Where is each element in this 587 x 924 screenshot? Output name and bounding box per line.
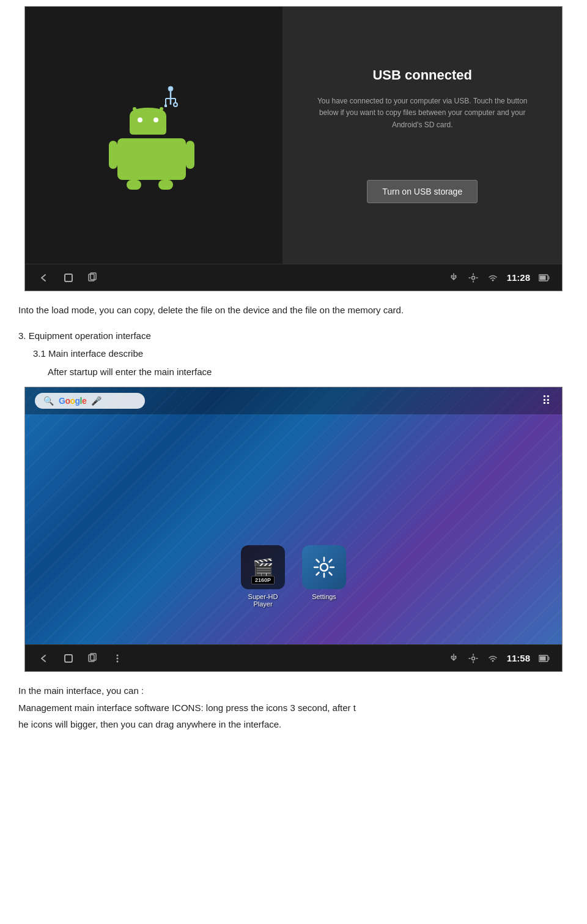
search-icon: 🔍: [43, 396, 54, 406]
usb-right-panel: USB connected You have connected to your…: [282, 7, 562, 264]
usb-connected-desc: You have connected to your computer via …: [307, 95, 537, 131]
settings-icon: [468, 272, 479, 283]
desktop-topbar: 🔍 Google 🎤 ⠿: [25, 387, 562, 414]
bottom-text-section: In the main interface, you can : Managem…: [0, 672, 587, 746]
main-back-icon: [37, 652, 51, 665]
main-nav-icons: [37, 652, 124, 665]
svg-rect-15: [117, 138, 186, 180]
svg-rect-28: [65, 655, 72, 662]
svg-rect-5: [164, 105, 167, 107]
svg-point-22: [454, 275, 456, 277]
main-recents-icon: [86, 652, 100, 665]
super-hd-player-label: Super-HD Player: [238, 593, 287, 608]
svg-rect-16: [127, 180, 141, 190]
back-icon: [37, 271, 51, 285]
main-wifi-icon: [487, 653, 498, 664]
usb-nav-icons: [37, 271, 100, 285]
svg-point-27: [320, 564, 328, 571]
main-status-right: 11:58: [448, 653, 550, 664]
settings-app-icon: [302, 545, 346, 589]
svg-point-12: [153, 117, 158, 122]
svg-rect-13: [109, 141, 117, 169]
apps-grid-button[interactable]: ⠿: [542, 393, 552, 408]
bottom-para-3: he icons will bigger, then you can drag …: [18, 717, 569, 732]
svg-point-35: [454, 655, 456, 657]
battery-icon: [539, 272, 550, 283]
svg-point-11: [138, 117, 142, 122]
usb-icon: [448, 272, 459, 283]
main-interface-screenshot: 🔍 Google 🎤 ⠿ 2160P Super-HD Player: [24, 387, 563, 672]
main-settings-status-icon: [468, 653, 479, 664]
svg-point-21: [451, 275, 452, 277]
bottom-para-1: In the main interface, you can :: [18, 683, 569, 699]
svg-point-36: [471, 657, 474, 660]
mic-icon: 🎤: [91, 396, 102, 406]
section3-1-heading: 3.1 Main interface describe: [18, 346, 569, 362]
section3-heading: 3. Equipment operation interface: [18, 328, 569, 344]
turn-on-usb-button[interactable]: Turn on USB storage: [367, 180, 478, 203]
main-battery-icon: [539, 653, 550, 664]
android-desktop: 🔍 Google 🎤 ⠿ 2160P Super-HD Player: [25, 387, 562, 644]
settings-app-label: Settings: [312, 593, 336, 600]
super-hd-player-app[interactable]: 2160P Super-HD Player: [238, 545, 287, 608]
main-home-icon: [62, 652, 75, 665]
usb-time: 11:28: [507, 272, 530, 283]
main-menu-icon: [111, 652, 124, 665]
main-statusbar: 11:58: [25, 644, 562, 671]
usb-statusbar: 11:28: [25, 264, 562, 291]
paragraph-1: Into the load mode, you can copy, delete…: [0, 291, 587, 326]
usb-screenshot: USB connected You have connected to your…: [24, 6, 563, 291]
bottom-para-2: Management main interface software ICONS…: [18, 700, 569, 716]
svg-point-0: [168, 86, 173, 91]
svg-point-32: [117, 657, 119, 659]
section3-content: 3. Equipment operation interface 3.1 Mai…: [0, 326, 587, 384]
wifi-icon: [487, 272, 498, 283]
google-logo: Google: [59, 396, 86, 406]
google-search-bar[interactable]: 🔍 Google 🎤: [35, 393, 145, 409]
recents-icon: [86, 271, 100, 285]
svg-rect-39: [540, 656, 546, 660]
section3-1-subtext: After startup will enter the main interf…: [18, 364, 569, 380]
svg-point-33: [117, 660, 119, 662]
svg-point-6: [174, 103, 177, 106]
android-robot-icon: [105, 80, 203, 190]
super-hd-player-icon: 2160P: [241, 545, 285, 589]
svg-rect-17: [158, 180, 173, 190]
desktop-icons: 2160P Super-HD Player Settings: [238, 545, 349, 608]
svg-rect-14: [186, 141, 194, 169]
svg-rect-18: [65, 274, 72, 281]
usb-left-panel: [25, 7, 282, 264]
main-usb-icon: [448, 653, 459, 664]
usb-connected-title: USB connected: [372, 67, 472, 83]
svg-point-24: [492, 279, 493, 281]
main-time: 11:58: [507, 653, 530, 663]
svg-point-37: [492, 660, 493, 661]
home-icon: [62, 271, 75, 285]
usb-status-right: 11:28: [448, 272, 550, 283]
settings-app[interactable]: Settings: [300, 545, 349, 608]
svg-rect-26: [540, 275, 546, 280]
svg-point-34: [451, 655, 452, 657]
svg-point-23: [471, 276, 474, 279]
svg-point-31: [117, 654, 119, 656]
